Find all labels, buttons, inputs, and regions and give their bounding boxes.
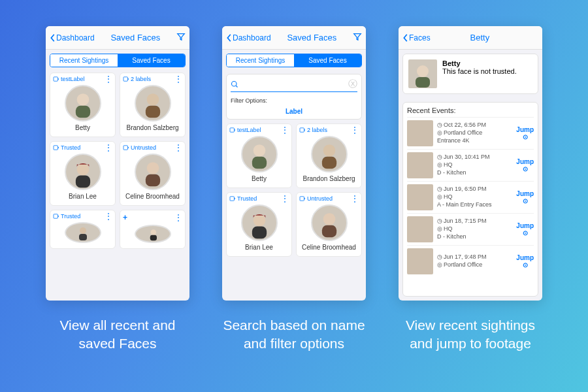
filter-label-button[interactable]: Label [231, 108, 357, 115]
event-info: ◷Jun 30, 10:41 PM ◎HQ D - Kitchen [437, 154, 512, 176]
jump-button[interactable]: Jump⊙ [516, 254, 534, 269]
tab-saved[interactable]: Saved Faces [294, 54, 361, 67]
filter-icon[interactable] [176, 32, 186, 43]
add-label-button[interactable]: + [123, 213, 127, 222]
svg-rect-6 [54, 146, 57, 150]
label-icon [123, 76, 129, 82]
more-icon[interactable]: ⋮ [105, 76, 112, 82]
svg-point-10 [146, 162, 159, 174]
face-card[interactable]: Trusted⋮ Brian Lee [226, 192, 292, 257]
more-icon[interactable]: ⋮ [174, 145, 182, 150]
label-icon [53, 214, 59, 219]
face-name: Celine Broomhead [125, 193, 180, 203]
label-icon [229, 196, 236, 201]
face-card[interactable]: +⋮ [120, 210, 186, 249]
back-button[interactable]: Dashboard [50, 33, 95, 42]
navbar: Faces Betty [399, 26, 542, 50]
jump-button[interactable]: Jump⊙ [516, 126, 534, 140]
svg-rect-29 [321, 225, 336, 238]
more-icon[interactable]: ⋮ [281, 127, 289, 133]
jump-button[interactable]: Jump⊙ [516, 222, 534, 237]
clear-icon[interactable]: ⓧ [348, 78, 357, 90]
svg-rect-21 [300, 128, 304, 132]
face-card[interactable]: testLabel⋮ Betty [50, 73, 116, 137]
face-card[interactable]: testLabel⋮ Betty [226, 123, 292, 188]
back-button[interactable]: Dashboard [226, 33, 271, 42]
avatar [241, 204, 278, 241]
search-input[interactable] [241, 80, 346, 88]
faces-grid: testLabel⋮ Betty 2 labels⋮ Brandon Salzb… [225, 122, 363, 258]
event-row: ◷Jun 30, 10:41 PM ◎HQ D - Kitchen Jump⊙ [407, 149, 534, 181]
more-icon[interactable]: ⋮ [105, 214, 112, 219]
more-icon[interactable]: ⋮ [351, 127, 359, 133]
svg-rect-27 [300, 197, 304, 201]
label-icon [123, 145, 129, 150]
face-card[interactable]: Untrusted⋮ Celine Broomhead [296, 192, 362, 257]
page-title: Saved Faces [271, 33, 353, 42]
avatar [65, 222, 101, 243]
svg-rect-20 [252, 157, 266, 169]
avatar [65, 85, 101, 122]
clock-icon: ◷ [437, 186, 442, 192]
jump-icon: ⊙ [516, 197, 534, 204]
more-icon[interactable]: ⋮ [174, 76, 182, 82]
back-label: Faces [409, 33, 431, 42]
face-card[interactable]: 2 labels⋮ Brandon Salzberg [296, 123, 362, 188]
label-chip: Trusted [229, 195, 257, 202]
jump-button[interactable]: Jump⊙ [516, 158, 534, 172]
jump-icon: ⊙ [516, 133, 534, 140]
face-thumbnail [408, 59, 437, 88]
faces-grid: testLabel⋮ Betty 2 labels⋮ Brandon Salzb… [48, 71, 187, 250]
face-card[interactable]: Trusted⋮ Brian Lee [50, 141, 116, 206]
tab-recent[interactable]: Recent Sightings [227, 54, 294, 67]
avatar [311, 136, 348, 172]
more-icon[interactable]: ⋮ [174, 215, 182, 220]
more-icon[interactable]: ⋮ [351, 196, 359, 201]
location-icon: ◎ [437, 161, 442, 168]
caption: Search based on name and filter options [222, 316, 366, 353]
avatar [135, 225, 171, 243]
label-chip: Trusted [53, 144, 80, 151]
back-button[interactable]: Faces [402, 33, 431, 42]
avatar [311, 204, 348, 241]
search-icon [231, 80, 238, 88]
face-card[interactable]: Trusted⋮ [50, 210, 116, 249]
filter-icon[interactable] [353, 32, 362, 43]
event-row: ◷Jun 18, 7:15 PM ◎HQ D - Kitchen Jump⊙ [407, 213, 534, 245]
svg-point-28 [323, 213, 335, 225]
event-thumbnail [407, 120, 433, 146]
svg-point-1 [76, 93, 89, 106]
more-icon[interactable]: ⋮ [105, 145, 112, 150]
face-card[interactable]: 2 labels⋮ Brandon Salzberg [120, 73, 186, 137]
face-card[interactable]: Untrusted⋮ Celine Broomhead [120, 141, 186, 206]
detail-status: This face is not trusted. [442, 67, 517, 75]
svg-point-7 [76, 163, 89, 176]
label-chip: testLabel [229, 127, 261, 133]
caption: View all recent and saved Faces [46, 316, 189, 353]
face-name: Brandon Salzberg [302, 175, 355, 185]
jump-icon: ⊙ [516, 261, 534, 269]
label-chip: 2 labels [123, 76, 151, 82]
navbar: Dashboard Saved Faces [222, 26, 366, 50]
navbar: Dashboard Saved Faces [46, 26, 189, 50]
more-icon[interactable]: ⋮ [281, 196, 289, 201]
svg-point-15 [150, 229, 156, 235]
phone-face-detail: Faces Betty Betty This face is not trust… [399, 26, 542, 301]
svg-point-13 [80, 227, 86, 234]
jump-button[interactable]: Jump⊙ [516, 190, 534, 204]
tab-saved[interactable]: Saved Faces [118, 54, 185, 67]
jump-icon: ⊙ [516, 229, 534, 237]
svg-rect-26 [252, 227, 266, 239]
clock-icon: ◷ [437, 122, 442, 128]
svg-point-25 [253, 214, 265, 227]
face-detail-card: Betty This face is not trusted. [402, 54, 538, 94]
svg-rect-2 [75, 106, 90, 118]
avatar [241, 136, 278, 172]
svg-rect-3 [123, 77, 127, 81]
chevron-left-icon [226, 33, 233, 42]
phone-saved-faces: Dashboard Saved Faces Recent Sightings S… [46, 26, 189, 301]
chevron-left-icon [402, 33, 409, 42]
label-chip: Untrusted [299, 195, 333, 202]
tab-recent[interactable]: Recent Sightings [50, 54, 118, 67]
event-thumbnail [407, 248, 433, 274]
